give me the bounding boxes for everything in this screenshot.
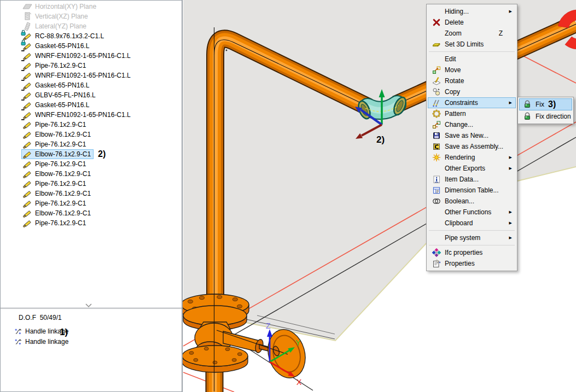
tree-item-14[interactable]: Pipe-76.1x2.9-C1 — [1, 139, 182, 149]
tree-item-16[interactable]: Pipe-76.1x2.9-C1 — [1, 159, 182, 169]
tree-item-11[interactable]: WNRF-EN1092-1-65-PN16-C1.L — [1, 110, 182, 120]
handle-linkage-item-1[interactable]: Handle linkage — [14, 336, 182, 347]
menu-item-label: Other Exports — [445, 165, 485, 172]
tree-item-label: Elbow-76.1x2.9-C1 — [35, 170, 91, 178]
tree-item-label: WNRF-EN1092-1-65-PN16-C1.L — [35, 52, 131, 60]
tree-item-label: Vertical(XZ) Plane — [35, 13, 88, 20]
no-icon — [431, 55, 442, 63]
lock-badge — [21, 39, 26, 46]
menu-item-pipe-system[interactable]: Pipe system▶ — [428, 232, 516, 243]
menu-item-clipboard[interactable]: Clipboard▶ — [428, 218, 516, 229]
dash-badge — [21, 79, 26, 85]
tree-item-2[interactable]: Lateral(YZ) Plane — [1, 21, 182, 31]
submenu-arrow-icon: ▶ — [509, 210, 512, 214]
menu-item-change[interactable]: Change... — [428, 119, 516, 130]
menu-item-ifc-properties[interactable]: Ifc properties — [428, 247, 516, 258]
snap-point — [226, 50, 228, 51]
tree-item-12[interactable]: Pipe-76.1x2.9-C1 — [1, 120, 182, 130]
menu-item-zoom[interactable]: ZoomZ — [428, 28, 516, 39]
menu-item-copy[interactable]: Copy — [428, 86, 516, 97]
rendering-icon — [431, 153, 442, 162]
tree-item-10[interactable]: Gasket-65-PN16.L — [1, 100, 182, 110]
menu-item-label: Save as Assembly... — [445, 143, 503, 150]
tree-item-7[interactable]: WNRF-EN1092-1-65-PN16-C1.L — [1, 71, 182, 80]
tree-item-label: Elbow-76.1x2.9-C1 — [35, 150, 91, 158]
handle-linkage-icon — [14, 337, 22, 346]
tree-item-label: Gasket-65-PN16.L — [35, 42, 89, 50]
change-icon — [431, 120, 442, 129]
tree-item-3[interactable]: RC-88.9x76.1x3.2-C1.L — [1, 31, 182, 41]
copy-icon — [431, 87, 442, 96]
tree-item-18[interactable]: Pipe-76.1x2.9-C1 — [1, 179, 182, 189]
tree-item-label: Pipe-76.1x2.9-C1 — [35, 219, 86, 227]
annotation-2-tree: 2) — [98, 149, 106, 159]
tree-item-label: Pipe-76.1x2.9-C1 — [35, 200, 86, 207]
menu-item-other-functions[interactable]: Other Functions▶ — [428, 207, 516, 218]
menu-item-label: Other Functions — [445, 208, 491, 216]
menu-item-label: Rotate — [445, 77, 464, 85]
tree-item-label: Lateral(YZ) Plane — [35, 22, 86, 30]
menu-shortcut: Z — [499, 30, 503, 37]
tree-item-5[interactable]: WNRF-EN1092-1-65-PN16-C1.L — [1, 51, 182, 61]
tree-item-8[interactable]: Gasket-65-PN16.L — [1, 80, 182, 90]
lock-icon — [522, 112, 533, 121]
dash-badge — [21, 49, 26, 56]
pencil-icon — [22, 189, 32, 198]
submenu-arrow-icon: ▶ — [509, 155, 512, 160]
menu-item-constraints[interactable]: Constraints▶ — [428, 97, 516, 108]
tree-item-21[interactable]: Elbow-76.1x2.9-C1 — [1, 208, 182, 218]
menu-item-item-data[interactable]: Item Data... — [428, 174, 516, 185]
tree-item-label: RC-88.9x76.1x3.2-C1.L — [35, 32, 104, 40]
menu-item-dimension-table[interactable]: Dimension Table... — [428, 185, 516, 196]
pencil-icon — [22, 139, 32, 149]
dash-badge — [21, 98, 26, 105]
tree-item-label: Pipe-76.1x2.9-C1 — [35, 160, 86, 168]
menu-item-edit[interactable]: Edit — [428, 54, 516, 65]
tree-item-19[interactable]: Elbow-76.1x2.9-C1 — [1, 189, 182, 198]
tree-item-1[interactable]: Vertical(XZ) Plane — [1, 11, 182, 21]
menu-item-hiding[interactable]: Hiding...▶ — [428, 6, 516, 17]
menu-item-rendering[interactable]: Rendering▶ — [428, 152, 516, 163]
properties-icon — [431, 259, 442, 268]
tree-item-label: Horizontal(XY) Plane — [35, 3, 96, 10]
annotation-1: 1) — [60, 327, 68, 338]
app-window: 2) — [0, 0, 576, 392]
tree-item-17[interactable]: Elbow-76.1x2.9-C1 — [1, 169, 182, 179]
menu-item-set-3d-limits[interactable]: Set 3D Limits — [428, 39, 516, 50]
tree-item-label: Elbow-76.1x2.9-C1 — [35, 131, 91, 138]
menu-item-pattern[interactable]: Pattern — [428, 108, 516, 119]
x-axis-label: X — [296, 378, 302, 387]
plane-xy-icon — [22, 2, 32, 11]
tree-item-0[interactable]: Horizontal(XY) Plane — [1, 2, 182, 11]
menu-item-save-as-assembly[interactable]: Save as Assembly... — [428, 141, 516, 152]
component-tree: Horizontal(XY) PlaneVertical(XZ) PlaneLa… — [1, 1, 182, 307]
submenu-arrow-icon: ▶ — [509, 9, 512, 14]
save-new-icon — [431, 131, 442, 140]
menu-item-other-exports[interactable]: Other Exports▶ — [428, 163, 516, 174]
menu-item-label: Edit — [445, 55, 456, 63]
tree-item-9[interactable]: GLBV-65-FL-PN16.L — [1, 90, 182, 100]
menu-item-label: Change... — [445, 121, 473, 128]
menu-item-properties[interactable]: Properties — [428, 258, 516, 269]
menu-item-move[interactable]: Move — [428, 65, 516, 75]
tree-item-label: Pipe-76.1x2.9-C1 — [35, 180, 86, 188]
menu-item-rotate[interactable]: Rotate — [428, 75, 516, 86]
tree-item-6[interactable]: Pipe-76.1x2.9-C1 — [1, 61, 182, 71]
tree-item-20[interactable]: Pipe-76.1x2.9-C1 — [1, 198, 182, 208]
set-3d-limits-icon — [431, 40, 442, 49]
submenu-item-fix[interactable]: Fix3) — [519, 98, 572, 110]
pencil-icon — [22, 130, 32, 139]
chevron-down-icon[interactable] — [84, 303, 94, 308]
tree-item-label: Gasket-65-PN16.L — [35, 81, 89, 89]
tree-item-13[interactable]: Elbow-76.1x2.9-C1 — [1, 130, 182, 139]
no-icon — [431, 7, 442, 16]
menu-item-delete[interactable]: Delete — [428, 17, 516, 28]
tree-item-4[interactable]: Gasket-65-PN16.L — [1, 41, 182, 51]
constraints-submenu: Fix3)Fix direction — [517, 97, 574, 124]
submenu-item-fix-direction[interactable]: Fix direction — [519, 110, 572, 122]
tree-item-22[interactable]: Pipe-76.1x2.9-C1 — [1, 218, 182, 228]
menu-item-boolean[interactable]: Boolean... — [428, 196, 516, 207]
tree-item-15[interactable]: Elbow-76.1x2.9-C12) — [1, 149, 182, 159]
handle-linkage-item-0[interactable]: Handle linkage — [14, 326, 182, 336]
menu-item-save-as-new[interactable]: Save as New... — [428, 130, 516, 141]
